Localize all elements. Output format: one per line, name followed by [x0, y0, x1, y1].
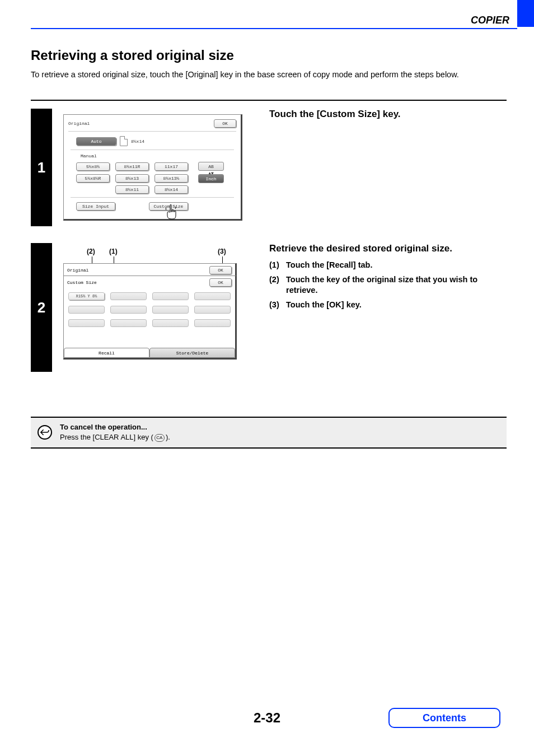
cancel-note: To cancel the operation... Press the [CL…: [31, 417, 507, 448]
substep-text: Touch the [Recall] tab.: [286, 260, 507, 271]
stored-size-button[interactable]: [194, 292, 231, 300]
panel-title: Original: [67, 268, 88, 273]
size-button[interactable]: 8½x11: [115, 185, 149, 194]
size-button[interactable]: 8½x13½: [154, 174, 188, 183]
paper-icon: [120, 136, 128, 146]
stored-size-button[interactable]: [194, 319, 231, 327]
step-title: Touch the [Custom Size] key.: [269, 109, 507, 120]
step-2: 2 (2) (1) (3) Original OK: [31, 243, 507, 372]
substep-text: Touch the key of the original size that …: [286, 274, 507, 296]
back-arrow-icon: [38, 425, 52, 440]
stored-size-button[interactable]: [152, 306, 189, 314]
contents-link[interactable]: Contents: [388, 708, 500, 728]
size-button[interactable]: 5½x8½: [76, 162, 110, 171]
unit-toggle[interactable]: AB ▲▼ Inch: [194, 162, 228, 183]
original-panel: Original OK Auto 8½x14 Manual 5½x8½ 8½x1…: [63, 114, 242, 221]
substep-text: Touch the [OK] key.: [286, 300, 507, 311]
custom-size-panel: Custom Size OK X15½ Y 8½: [63, 276, 237, 360]
header-rule: [31, 28, 517, 29]
stored-size-button[interactable]: [110, 319, 147, 327]
section-header: COPIER: [471, 15, 509, 26]
manual-label: Manual: [81, 153, 236, 158]
substep: (3) Touch the [OK] key.: [269, 300, 507, 311]
step-1: 1 Original OK Auto 8½x14 Manual 5½x8½ 8½…: [31, 109, 507, 226]
substep: (1) Touch the [Recall] tab.: [269, 260, 507, 271]
panel-title: Custom Size: [67, 280, 97, 285]
ok-button[interactable]: OK: [214, 119, 236, 128]
intro-text: To retrieve a stored original size, touc…: [31, 69, 507, 80]
size-input-button[interactable]: Size Input: [76, 202, 115, 211]
callout-2: (2): [87, 248, 95, 255]
divider: [31, 100, 507, 101]
substep-num: (3): [269, 300, 286, 311]
stored-size-button[interactable]: [152, 319, 189, 327]
auto-size-label: 8½x14: [131, 139, 144, 144]
substep-num: (2): [269, 274, 286, 296]
tab-recall[interactable]: Recall: [64, 348, 149, 358]
stored-size-button[interactable]: [68, 306, 105, 314]
ab-button[interactable]: AB: [198, 162, 224, 171]
panel-title: Original: [68, 121, 90, 126]
tab-store-delete[interactable]: Store/Delete: [149, 348, 235, 358]
size-button[interactable]: 11x17: [154, 162, 188, 171]
stored-size-button[interactable]: [152, 292, 189, 300]
size-button[interactable]: 8½x11R: [115, 162, 149, 171]
note-body: Press the [CLEAR ALL] key (CA).: [60, 433, 170, 441]
size-button[interactable]: 8½x13: [115, 174, 149, 183]
section-color-tab: [517, 0, 534, 27]
custom-size-button[interactable]: Custom Size: [149, 202, 188, 211]
stored-size-button[interactable]: [68, 319, 105, 327]
step-title: Retrieve the desired stored original siz…: [269, 243, 507, 254]
note-title: To cancel the operation...: [60, 422, 170, 432]
substep: (2) Touch the key of the original size t…: [269, 274, 507, 296]
stored-size-button[interactable]: [110, 292, 147, 300]
page-title: Retrieving a stored original size: [31, 48, 507, 63]
substep-num: (1): [269, 260, 286, 271]
size-button[interactable]: 8½x14: [154, 185, 188, 194]
stored-size-button[interactable]: [110, 306, 147, 314]
ok-button[interactable]: OK: [209, 278, 232, 287]
inch-button[interactable]: Inch: [198, 174, 224, 183]
step-number: 2: [31, 243, 52, 372]
stored-size-button[interactable]: [194, 306, 231, 314]
callout-1: (1): [109, 248, 118, 255]
stored-size-button[interactable]: X15½ Y 8½: [68, 292, 105, 300]
step-number: 1: [31, 109, 52, 226]
auto-button[interactable]: Auto: [76, 137, 116, 146]
clear-all-key-icon: CA: [154, 434, 165, 442]
callout-3: (3): [218, 248, 226, 255]
size-button[interactable]: 5½x8½R: [76, 174, 110, 183]
ok-button[interactable]: OK: [209, 266, 232, 274]
